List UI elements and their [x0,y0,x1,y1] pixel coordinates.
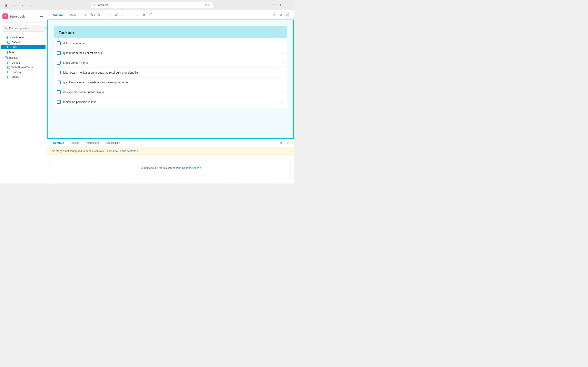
sidebar-item-inbox-default[interactable]: Default [0,40,47,45]
task-star-2[interactable]: ☆ [281,51,284,55]
task-item: qui ullam ratione quibusdam voluptatem q… [54,77,287,87]
task-label-1: delectus aut autem [63,42,279,45]
layout-icon: ⊠ [143,13,145,17]
table-button[interactable]: ⊟ [127,12,133,18]
list-icon: ☰ [136,13,138,17]
zoom-out-button[interactable]: 🔍− [96,12,103,18]
tab-interactions[interactable]: Interactions [83,139,102,147]
task-checkbox-4[interactable] [57,71,61,75]
expand-button[interactable]: ⤢ [271,12,277,18]
link-icon: 🔗 [286,13,290,17]
nav-group-item-task[interactable]: ▾ ⊞ Task [0,50,47,55]
story-icon-tasklist-empty [7,76,10,78]
shield-icon: 🛡 [93,3,96,7]
story-icon-inbox-error [7,46,10,48]
search-input[interactable] [9,27,43,30]
zoom-reset-button[interactable]: ⊙ [104,12,110,18]
tab-docs[interactable]: Docs [67,10,79,19]
sidebar-menu-button[interactable]: ••• [39,13,44,19]
task-checkbox-2[interactable] [57,51,61,55]
tab-canvas[interactable]: Canvas [50,10,66,19]
search-icon: 🔍 [4,27,8,30]
task-star-1[interactable]: ☆ [281,41,284,45]
tabs-button[interactable]: ⊞ [285,2,291,8]
info-button[interactable]: ⓘ [148,12,154,18]
dropdown-button[interactable]: ⌄ [11,2,17,8]
task-item: illo expedita consequatur quia in ☆ [54,87,287,97]
task-label-6: illo expedita consequatur quia in [63,91,279,94]
tab-controls[interactable]: Controls [50,139,67,147]
expand-icon: ⤢ [273,13,275,17]
task-star-7[interactable]: ☆ [281,100,284,104]
task-label-5: qui ullam ratione quibusdam voluptatem q… [63,81,279,84]
grid-button[interactable]: ⊞ [120,12,126,18]
task-label-7: molestiae perspiciatis ipsa [63,100,279,104]
split-icon: ⊟ [279,142,282,145]
tab-actions[interactable]: Actions [68,139,82,147]
storybook-logo-icon: S [2,13,8,19]
sidebar-nav: ▾ ⊞ InboxScreen Default Error ▾ ⊞ [0,34,47,184]
tab-accessibility[interactable]: Accessibility [103,139,123,147]
no-inputs-text: No inputs found for this component. [139,166,181,169]
close-icon: ✕ [286,142,289,145]
zoom-in-icon: 🔍+ [90,13,95,17]
bottom-panel-actions: ⊟ ✕ [278,140,291,146]
address-bar[interactable]: 🛡 localhost ⊡ ↻ [91,2,213,8]
chevron-down-icon: ▾ [2,36,3,39]
task-checkbox-5[interactable] [57,81,61,84]
story-icon-tasklist-loading [7,71,10,73]
split-view-button[interactable]: ⊟ [278,140,284,146]
sidebar-item-tasklist-pinned[interactable]: With Pinned Tasks [0,65,47,70]
share-button[interactable]: ↑ [270,2,276,8]
task-star-6[interactable]: ☆ [281,90,284,94]
grid-icon: ⊞ [122,13,124,17]
sidebar-item-inbox-error[interactable]: Error [1,45,45,49]
new-tab-button[interactable]: + [278,2,283,8]
refresh-icon[interactable]: ↻ [208,3,210,7]
nav-label-tasklist-pinned: With Pinned Tasks [11,66,33,69]
task-checkbox-7[interactable] [57,100,61,104]
read-docs-link[interactable]: Read the docs > [182,166,201,169]
image-icon: 🖼 [115,13,118,17]
nav-group-item-inboxscreen[interactable]: ▾ ⊞ InboxScreen [0,35,47,40]
nav-group-inboxscreen: ▾ ⊞ InboxScreen Default Error [0,35,47,49]
external-link-button[interactable]: ⧉ [278,12,284,18]
task-item: quis ut nam facilis et officia qui ☆ [54,48,287,58]
dots-icon: ••• [40,15,43,18]
task-star-5[interactable]: ☆ [281,80,284,84]
component-icon-task: ⊞ [5,51,8,54]
reset-zoom-button[interactable]: ↺ [83,12,89,18]
forward-button[interactable]: › [28,2,34,8]
nav-label-tasklist-loading: Loading [11,71,21,74]
task-checkbox-1[interactable] [57,42,61,45]
task-star-4[interactable]: ☆ [281,71,284,75]
link-button[interactable]: 🔗 [285,12,291,18]
task-item: delectus aut autem ☆ [54,38,287,48]
sidebar-item-tasklist-loading[interactable]: Loading [0,70,47,75]
back-button[interactable]: ‹ [20,2,25,8]
story-icon-tasklist-default [7,62,10,64]
search-bar[interactable]: 🔍 / [2,25,45,32]
reset-icon: ↺ [85,13,87,17]
story-icon-tasklist-pinned [7,66,10,69]
warning-link[interactable]: Learn how to add controls > [105,150,138,152]
sidebar-header: S Storybook ••• [0,10,47,23]
list-button[interactable]: ☰ [134,12,140,18]
sidebar-toggle-button[interactable]: ▣ [3,2,9,8]
task-star-3[interactable]: ☆ [281,61,284,65]
nav-group-tasklist: ▾ ⊞ TaskList Default With Pinned Tasks L… [0,55,47,79]
nav-label-tasklist: TaskList [9,56,18,59]
image-button[interactable]: 🖼 [113,12,119,18]
sidebar: S Storybook ••• 🔍 / ▾ ⊞ InboxScreen [0,10,47,184]
task-checkbox-3[interactable] [57,61,61,65]
taskbox-header: Taskbox [54,26,287,38]
close-panel-button[interactable]: ✕ [285,140,291,146]
nav-label-inbox-default: Default [11,41,20,44]
sidebar-item-tasklist-default[interactable]: Default [0,60,47,65]
zoom-in-button[interactable]: 🔍+ [90,12,96,18]
sidebar-item-tasklist-empty[interactable]: Empty [0,75,47,79]
layout-button[interactable]: ⊠ [141,12,147,18]
task-item: fugiat veniam minus ☆ [54,58,287,68]
task-checkbox-6[interactable] [57,90,61,94]
nav-group-item-tasklist[interactable]: ▾ ⊞ TaskList [0,55,47,60]
